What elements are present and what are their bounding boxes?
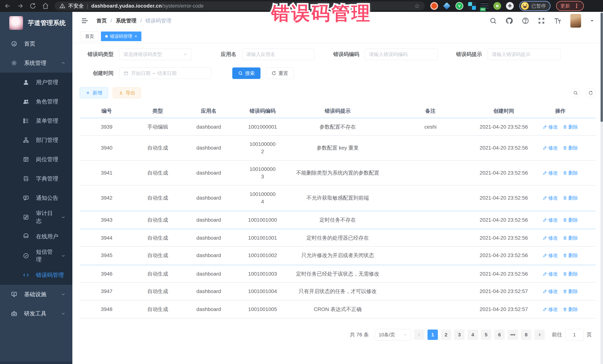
delete-link[interactable]: 删除 bbox=[563, 288, 578, 295]
adblock-extension-icon[interactable]: on bbox=[481, 2, 488, 10]
cell-id: 3944 bbox=[80, 235, 134, 241]
edit-link[interactable]: 修改 bbox=[543, 235, 558, 241]
page-size-select[interactable]: 10条/页 bbox=[375, 329, 411, 341]
ubuntu-extension-icon[interactable] bbox=[430, 2, 438, 10]
sidebar-item-audit-log[interactable]: 审计日志 bbox=[0, 208, 72, 227]
add-button[interactable]: 新增 bbox=[80, 88, 108, 98]
page-button-2[interactable]: 2 bbox=[441, 330, 451, 340]
tab-home[interactable]: 首页 bbox=[81, 32, 98, 41]
grid-extension-icon[interactable] bbox=[468, 2, 476, 10]
home-icon[interactable] bbox=[42, 2, 49, 10]
hamburger-icon[interactable] bbox=[81, 17, 89, 25]
sidebar-item-online-users[interactable]: 在线用户 bbox=[0, 227, 72, 246]
edit-link[interactable]: 修改 bbox=[543, 170, 558, 176]
help-icon[interactable] bbox=[522, 17, 529, 24]
edit-link[interactable]: 修改 bbox=[543, 195, 558, 201]
sidebar-item-error-codes[interactable]: 错误码管理 bbox=[0, 265, 72, 285]
edit-link[interactable]: 修改 bbox=[543, 145, 558, 151]
sidebar-item-sms[interactable]: 短信管理 bbox=[0, 246, 72, 265]
sidebar-item-roles[interactable]: 角色管理 bbox=[0, 92, 72, 111]
sidebar-item-announcements[interactable]: 通知公告 bbox=[0, 188, 72, 208]
delete-link[interactable]: 删除 bbox=[563, 124, 578, 130]
security-label[interactable]: 不安全 bbox=[68, 3, 84, 9]
search-icon[interactable] bbox=[489, 17, 497, 24]
font-size-icon[interactable] bbox=[554, 17, 562, 24]
sidebar-item-menus[interactable]: 菜单管理 bbox=[0, 111, 72, 131]
user-avatar[interactable] bbox=[570, 14, 581, 28]
green-v-extension-icon[interactable]: V bbox=[455, 2, 463, 10]
delete-link[interactable]: 删除 bbox=[563, 252, 578, 259]
caret-down-icon[interactable] bbox=[590, 18, 594, 23]
cell-type: 自动生成 bbox=[134, 270, 182, 277]
edit-link[interactable]: 修改 bbox=[543, 252, 558, 259]
edit-link[interactable]: 修改 bbox=[543, 306, 558, 313]
edit-icon bbox=[543, 307, 547, 311]
gem-extension-icon[interactable] bbox=[443, 2, 451, 10]
error-code-input[interactable]: 请输入错误码编码 bbox=[365, 49, 438, 60]
prev-page-button[interactable] bbox=[414, 330, 425, 340]
page-scrollbar[interactable] bbox=[600, 12, 603, 364]
date-start-placeholder[interactable]: 开始日期 bbox=[131, 70, 151, 77]
sidebar-item-dictionary[interactable]: 字典管理 bbox=[0, 169, 72, 188]
next-page-button[interactable] bbox=[534, 330, 545, 340]
scrollbar-thumb[interactable] bbox=[601, 13, 603, 122]
edit-link[interactable]: 修改 bbox=[543, 271, 558, 277]
sidebar-item-home[interactable]: 首页 bbox=[0, 34, 72, 53]
delete-link[interactable]: 删除 bbox=[563, 271, 578, 277]
page-button-1[interactable]: 1 bbox=[428, 330, 438, 340]
app-name-input[interactable]: 请输入应用名 bbox=[242, 49, 315, 60]
search-button[interactable]: 搜索 bbox=[232, 67, 260, 79]
date-end-placeholder[interactable]: 结束日期 bbox=[157, 70, 177, 77]
forward-icon[interactable] bbox=[17, 2, 24, 10]
back-icon[interactable] bbox=[4, 2, 11, 10]
tab-close-icon[interactable]: × bbox=[135, 34, 137, 39]
key-extension-icon[interactable] bbox=[493, 2, 501, 10]
page-button-4[interactable]: 4 bbox=[468, 330, 478, 340]
edit-link[interactable]: 修改 bbox=[543, 217, 558, 223]
sidebar-logo[interactable]: 芋道管理系统 bbox=[0, 12, 72, 34]
reset-button[interactable]: 重置 bbox=[266, 67, 294, 79]
breadcrumb-system[interactable]: 系统管理 bbox=[116, 17, 137, 24]
reload-icon[interactable] bbox=[29, 2, 36, 10]
address-bar[interactable]: 不安全 | dashboard.yudao.iocoder.cn/system/… bbox=[55, 1, 425, 10]
error-hint-input[interactable]: 请输入错误码提示 bbox=[487, 49, 560, 60]
github-icon[interactable] bbox=[505, 17, 513, 25]
fullscreen-icon[interactable] bbox=[538, 17, 545, 24]
sidebar-item-departments[interactable]: 部门管理 bbox=[0, 131, 72, 150]
table-refresh-button[interactable] bbox=[586, 88, 596, 98]
puzzle-extension-icon[interactable] bbox=[506, 2, 514, 10]
sidebar-item-dev-tools[interactable]: 研发工具 bbox=[0, 304, 72, 323]
delete-link[interactable]: 删除 bbox=[563, 170, 578, 176]
kebab-menu-icon[interactable]: ⋮ bbox=[574, 2, 580, 10]
breadcrumb-separator: / bbox=[111, 18, 112, 24]
export-button[interactable]: 导出 bbox=[113, 88, 141, 98]
delete-link[interactable]: 删除 bbox=[563, 195, 578, 201]
edit-link[interactable]: 修改 bbox=[543, 288, 558, 295]
filter-label: 应用名 bbox=[203, 51, 236, 58]
error-code-type-select[interactable]: 请选择错误码类型 bbox=[119, 49, 192, 60]
sidebar-item-infrastructure[interactable]: 基础设施 bbox=[0, 285, 72, 304]
page-button-8[interactable]: 8 bbox=[521, 330, 531, 340]
delete-link[interactable]: 删除 bbox=[563, 235, 578, 241]
sidebar-item-system[interactable]: 系统管理 bbox=[0, 53, 72, 73]
goto-page-input[interactable] bbox=[565, 329, 584, 341]
bookmark-star-icon[interactable]: ☆ bbox=[414, 2, 420, 10]
sidebar-item-positions[interactable]: 岗位管理 bbox=[0, 150, 72, 169]
browser-update-button[interactable]: 更新 ⋮ bbox=[556, 1, 584, 11]
table-search-toggle-button[interactable] bbox=[571, 88, 580, 98]
sidebar-item-users[interactable]: 用户管理 bbox=[0, 73, 72, 92]
page-button-3[interactable]: 3 bbox=[454, 330, 464, 340]
breadcrumb-home[interactable]: 首页 bbox=[96, 17, 107, 24]
profile-chip[interactable]: 已暂停 bbox=[519, 1, 550, 11]
date-range-picker[interactable]: 开始日期 - 结束日期 bbox=[119, 67, 211, 79]
page-button-5[interactable]: 5 bbox=[481, 330, 491, 340]
tab-error-codes[interactable]: 错误码管理× bbox=[101, 32, 141, 41]
url-text[interactable]: dashboard.yudao.iocoder.cn/system/error-… bbox=[91, 3, 204, 9]
page-ellipsis[interactable]: ••• bbox=[508, 330, 518, 340]
delete-link[interactable]: 删除 bbox=[563, 306, 578, 313]
delete-link[interactable]: 删除 bbox=[563, 145, 578, 151]
edit-link[interactable]: 修改 bbox=[543, 124, 558, 130]
page-button-6[interactable]: 6 bbox=[494, 330, 505, 340]
users-icon bbox=[22, 99, 30, 105]
delete-link[interactable]: 删除 bbox=[563, 217, 578, 223]
